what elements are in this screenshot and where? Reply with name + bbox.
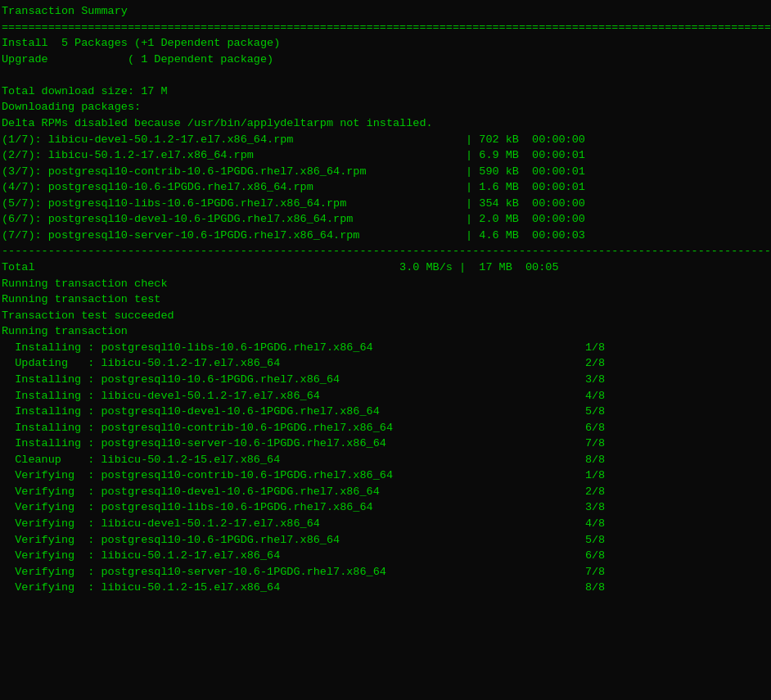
- terminal-window: Transaction Summary ====================…: [2, 3, 769, 596]
- terminal-output: Transaction Summary ====================…: [2, 3, 769, 596]
